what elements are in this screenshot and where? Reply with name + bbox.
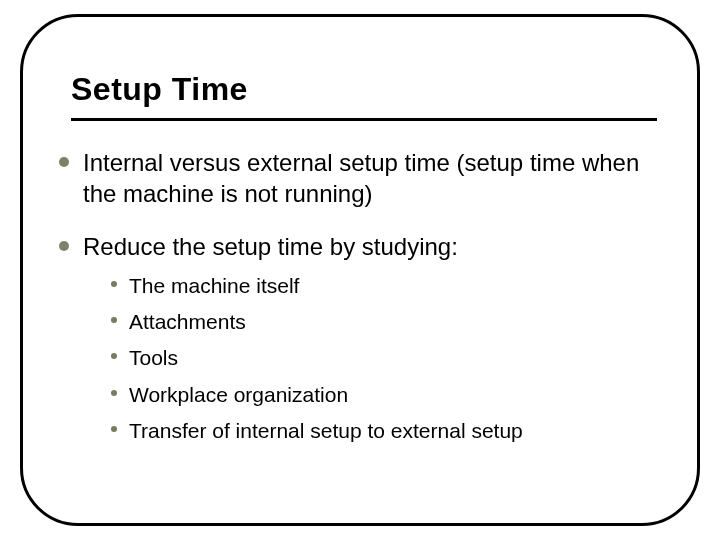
sub-list: The machine itself Attachments Tools Wor… [111,271,657,447]
bullet-item: Internal versus external setup time (set… [71,147,657,209]
slide-frame: Setup Time Internal versus external setu… [20,14,700,526]
bullet-text: Reduce the setup time by studying: [83,231,657,262]
sub-bullet-marker-icon [111,317,117,323]
sub-item: Transfer of internal setup to external s… [111,416,657,446]
sub-item: Tools [111,343,657,373]
sub-bullet-marker-icon [111,426,117,432]
bullet-body: Reduce the setup time by studying: The m… [83,231,657,452]
sub-text: The machine itself [129,271,299,301]
sub-bullet-marker-icon [111,390,117,396]
bullet-item: Reduce the setup time by studying: The m… [71,231,657,452]
sub-item: The machine itself [111,271,657,301]
sub-text: Attachments [129,307,246,337]
bullet-marker-icon [59,157,69,167]
sub-text: Tools [129,343,178,373]
bullet-text: Internal versus external setup time (set… [83,147,657,209]
sub-item: Attachments [111,307,657,337]
sub-text: Workplace organization [129,380,348,410]
sub-item: Workplace organization [111,380,657,410]
slide-content: Setup Time Internal versus external setu… [23,17,697,453]
sub-text: Transfer of internal setup to external s… [129,416,523,446]
bullet-marker-icon [59,241,69,251]
slide-title: Setup Time [71,71,657,121]
sub-bullet-marker-icon [111,353,117,359]
sub-bullet-marker-icon [111,281,117,287]
